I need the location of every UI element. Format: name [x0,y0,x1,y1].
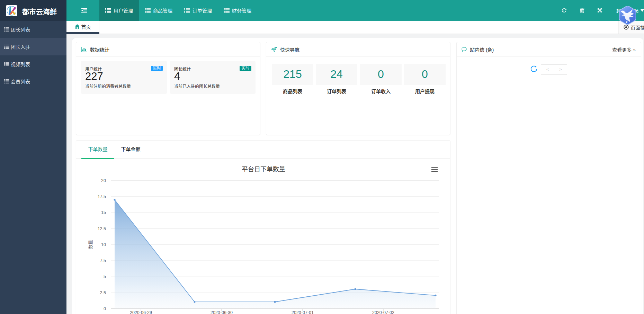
svg-text:2.5: 2.5 [100,290,106,295]
svg-text:12.5: 12.5 [98,226,106,231]
svg-text:10: 10 [101,242,106,247]
svg-text:5: 5 [104,274,106,279]
svg-text:2020-06-29: 2020-06-29 [130,310,152,314]
svg-text:0: 0 [104,306,106,311]
svg-text:2020-07-01: 2020-07-01 [292,310,314,314]
svg-text:数量: 数量 [88,240,93,249]
svg-text:7.5: 7.5 [100,258,106,263]
svg-text:15: 15 [101,210,106,215]
svg-text:2020-06-30: 2020-06-30 [211,310,233,314]
svg-text:17.5: 17.5 [98,194,106,199]
svg-text:20: 20 [101,178,106,183]
svg-text:2020-07-02: 2020-07-02 [372,310,394,314]
svg-text:平台日下单数量: 平台日下单数量 [242,166,285,173]
